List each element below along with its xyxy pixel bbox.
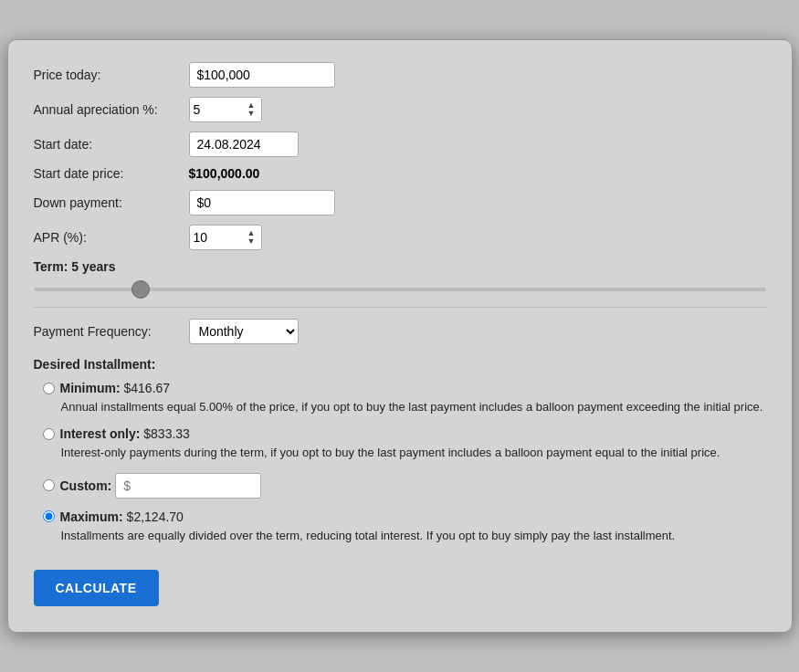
price-today-row: Price today:: [34, 62, 766, 88]
custom-radio-row: Custom:: [43, 473, 766, 499]
interest-only-radio[interactable]: [43, 428, 55, 440]
down-payment-label: Down payment:: [34, 195, 189, 210]
maximum-radio[interactable]: [43, 510, 55, 522]
apr-row: APR (%): ▲ ▼: [34, 225, 766, 250]
apr-down[interactable]: ▼: [246, 237, 258, 246]
apr-input[interactable]: [194, 230, 239, 245]
minimum-label: Minimum: $416.67: [60, 381, 171, 395]
term-slider[interactable]: [34, 288, 766, 291]
start-date-label: Start date:: [34, 137, 189, 152]
down-payment-row: Down payment:: [34, 190, 766, 215]
payment-frequency-select[interactable]: Monthly Weekly Bi-weekly Annually: [189, 319, 299, 344]
maximum-description: Installments are equally divided over th…: [61, 528, 766, 544]
term-slider-container: [34, 279, 766, 294]
installment-maximum-option: Maximum: $2,124.70 Installments are equa…: [34, 509, 766, 544]
term-row: Term: 5 years: [34, 259, 766, 294]
calculate-button[interactable]: CALCULATE: [34, 570, 159, 606]
installment-interest-only-option: Interest only: $833.33 Interest-only pay…: [34, 426, 766, 461]
annual-appreciation-label: Annual apreciation %:: [34, 102, 189, 117]
start-date-display[interactable]: 24.08.2024: [189, 131, 299, 157]
payment-frequency-row: Payment Frequency: Monthly Weekly Bi-wee…: [34, 319, 766, 344]
desired-installment-section: Desired Installment: Minimum: $416.67 An…: [34, 357, 766, 544]
annual-appreciation-input[interactable]: [194, 102, 239, 117]
start-date-row: Start date: 24.08.2024: [34, 131, 766, 157]
down-payment-input[interactable]: [189, 190, 335, 215]
payment-frequency-label: Payment Frequency:: [34, 324, 189, 339]
divider: [34, 307, 766, 308]
interest-only-description: Interest-only payments during the term, …: [61, 445, 766, 461]
interest-only-radio-row: Interest only: $833.33: [43, 426, 766, 441]
start-date-price-value: $100,000.00: [189, 166, 260, 181]
minimum-radio[interactable]: [43, 383, 55, 394]
custom-amount-input[interactable]: [115, 473, 261, 499]
minimum-radio-row: Minimum: $416.67: [43, 381, 766, 395]
desired-installment-label: Desired Installment:: [34, 357, 766, 372]
annual-appreciation-down[interactable]: ▼: [246, 110, 258, 118]
minimum-description: Annual installments equal 5.00% of the p…: [61, 399, 766, 415]
apr-spinner: ▲ ▼: [189, 225, 262, 250]
maximum-label: Maximum: $2,124.70: [60, 509, 184, 524]
interest-only-label: Interest only: $833.33: [60, 426, 190, 441]
calculator-window: Price today: Annual apreciation %: ▲ ▼ S…: [7, 39, 793, 633]
custom-radio[interactable]: [43, 479, 55, 491]
installment-minimum-option: Minimum: $416.67 Annual installments equ…: [34, 381, 766, 415]
installment-custom-option: Custom:: [34, 473, 766, 499]
start-date-price-label: Start date price:: [34, 166, 189, 181]
apr-label: APR (%):: [34, 230, 189, 245]
price-today-input[interactable]: [189, 62, 335, 88]
start-date-price-row: Start date price: $100,000.00: [34, 166, 766, 181]
custom-label: Custom:: [60, 478, 112, 493]
price-today-label: Price today:: [34, 68, 189, 82]
annual-appreciation-spinner: ▲ ▼: [189, 97, 262, 122]
annual-appreciation-row: Annual apreciation %: ▲ ▼: [34, 97, 766, 122]
maximum-radio-row: Maximum: $2,124.70: [43, 509, 766, 524]
term-label: Term: 5 years: [34, 259, 766, 274]
